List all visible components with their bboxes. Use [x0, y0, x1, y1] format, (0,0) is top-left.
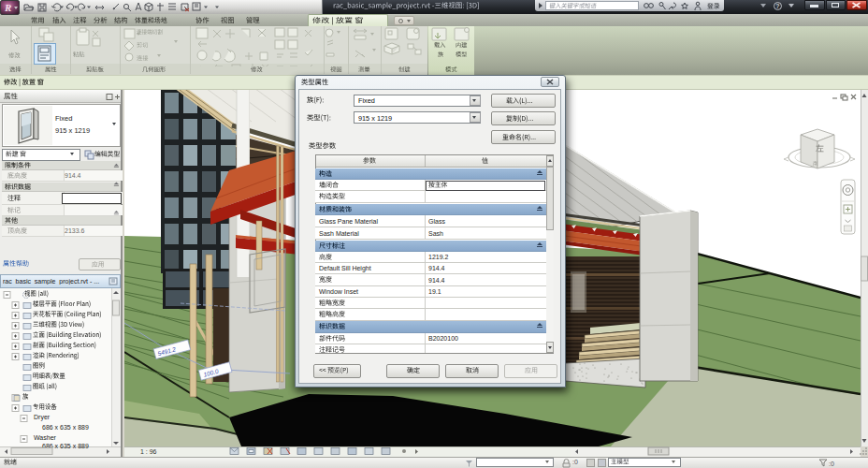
svg-text::0: :0	[829, 461, 834, 467]
